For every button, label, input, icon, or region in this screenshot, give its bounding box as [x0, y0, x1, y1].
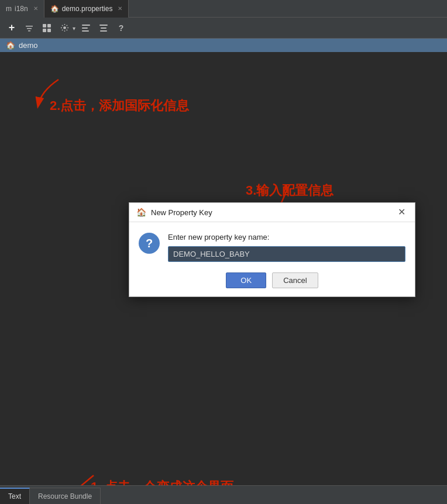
svg-rect-2: [43, 29, 46, 32]
dialog-title-left: 🏠 New Property Key: [136, 208, 212, 217]
dialog-body: ? Enter new property key name:: [129, 222, 415, 270]
question-icon: ?: [139, 233, 160, 254]
properties-tab-icon: 🏠: [50, 5, 59, 13]
svg-rect-5: [82, 25, 90, 26]
align-center-button[interactable]: [97, 21, 111, 35]
add-button[interactable]: +: [5, 21, 19, 35]
property-key-input[interactable]: [168, 246, 405, 262]
dialog-title-text: New Property Key: [151, 208, 212, 217]
svg-rect-7: [82, 30, 89, 32]
help-button[interactable]: ?: [114, 21, 128, 35]
properties-tab-label: demo.properties: [62, 5, 113, 13]
properties-tab-close[interactable]: ✕: [118, 5, 122, 12]
svg-point-4: [63, 26, 66, 29]
toolbar: + ▾ ?: [0, 18, 447, 39]
tab-i18n[interactable]: m i18n ✕: [0, 0, 44, 18]
svg-rect-3: [47, 29, 51, 32]
dialog-footer: OK Cancel: [129, 270, 415, 296]
dialog-content: Enter new property key name:: [168, 233, 405, 262]
new-property-key-dialog: 🏠 New Property Key ✕ ? Enter new propert…: [129, 202, 415, 297]
dialog-close-button[interactable]: ✕: [396, 208, 408, 217]
svg-rect-6: [82, 27, 88, 29]
svg-rect-0: [43, 24, 46, 27]
dialog-overlay: 🏠 New Property Key ✕ ? Enter new propert…: [0, 39, 447, 504]
svg-rect-9: [101, 27, 106, 29]
structure-button[interactable]: [40, 21, 54, 35]
svg-rect-1: [47, 24, 51, 27]
settings-button[interactable]: [57, 21, 71, 35]
svg-rect-8: [99, 25, 108, 26]
cancel-button[interactable]: Cancel: [272, 272, 318, 288]
i18n-tab-close[interactable]: ✕: [33, 5, 38, 12]
align-left-button[interactable]: [79, 21, 93, 35]
ok-button[interactable]: OK: [226, 272, 266, 288]
i18n-tab-label: i18n: [15, 5, 28, 13]
tab-demo-properties[interactable]: 🏠 demo.properties ✕: [44, 0, 129, 18]
sort-button[interactable]: [22, 21, 36, 35]
dialog-title-icon: 🏠: [136, 208, 146, 217]
i18n-tab-icon: m: [6, 5, 12, 13]
svg-rect-10: [100, 30, 107, 32]
main-area: 🏠 demo 2.点击，添加国际化信息 3.输入配置信息 1. 点击，会变成这个…: [0, 39, 447, 504]
dialog-titlebar: 🏠 New Property Key ✕: [129, 203, 415, 222]
dialog-prompt-label: Enter new property key name:: [168, 233, 405, 241]
tab-bar: m i18n ✕ 🏠 demo.properties ✕: [0, 0, 447, 18]
